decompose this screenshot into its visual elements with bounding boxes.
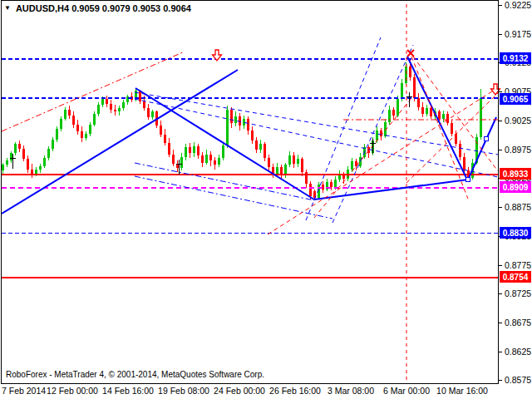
y-axis-tick-label: 0.9225 [505, 0, 531, 10]
candle [31, 164, 33, 178]
candle [76, 120, 79, 135]
chart-title: ▼ AUDUSD,H4 0.9059 0.9079 0.9053 0.9064 [4, 3, 191, 13]
candle [338, 170, 341, 182]
cross-marker-icon[interactable] [406, 92, 412, 107]
trendline-handle[interactable] [466, 178, 470, 182]
trend-line[interactable] [135, 92, 498, 155]
svg-text:0.8909: 0.8909 [503, 183, 529, 192]
price-level-label: 0.9065 [500, 93, 531, 105]
y-axis-tick-label: 0.8875 [505, 202, 531, 212]
candle [172, 150, 175, 166]
candle [218, 155, 220, 167]
symbol-dropdown-icon[interactable]: ▼ [4, 5, 11, 12]
candle [388, 106, 391, 125]
candle [160, 121, 162, 137]
y-axis-tick-label: 0.8775 [505, 260, 531, 270]
candle [151, 110, 154, 120]
down-arrow-icon[interactable] [213, 50, 222, 61]
x-axis-tick-label: 19 Feb 08:00 [158, 386, 209, 396]
candle [255, 137, 258, 153]
y-axis-tick-label: 0.9025 [505, 116, 531, 126]
candle [110, 100, 112, 113]
candle [189, 143, 191, 158]
candle [201, 152, 204, 167]
candle [451, 120, 453, 136]
candle [56, 126, 58, 142]
candle [446, 111, 449, 126]
candle [455, 131, 457, 146]
candles [2, 58, 482, 200]
x-axis-tick-label: 26 Feb 16:00 [269, 386, 321, 396]
y-axis-tick-label: 0.8625 [505, 347, 531, 357]
candle [421, 102, 424, 117]
trend-line[interactable] [411, 57, 468, 199]
candle [68, 106, 71, 119]
candle [268, 155, 270, 170]
candle [126, 95, 129, 105]
candle [243, 116, 245, 129]
chart-title-text: AUDUSD,H4 0.9059 0.9079 0.9053 0.9064 [16, 3, 191, 13]
copyright-text: RoboForex - MetaTrader 4, © 2001-2014, M… [6, 370, 264, 379]
candle [209, 151, 212, 166]
x-axis-tick-label: 3 Mar 08:00 [328, 386, 374, 396]
price-level-label: 0.8933 [500, 168, 531, 180]
candle [22, 145, 25, 161]
y-axis-tick-label: 0.9175 [505, 29, 531, 39]
candle [426, 105, 428, 116]
candle [52, 137, 54, 151]
cross-marker-icon[interactable] [370, 139, 376, 154]
candle [43, 155, 46, 168]
candle [480, 89, 482, 140]
candle [27, 155, 29, 173]
candle [230, 107, 233, 128]
candle [442, 111, 445, 122]
candle [39, 164, 42, 173]
x-axis-tick-label: 7 Feb 2014 [2, 386, 46, 396]
candle [10, 151, 12, 163]
trend-line[interactable] [135, 88, 314, 200]
candle [85, 131, 87, 140]
candle [60, 116, 62, 131]
price-level-label: 0.8830 [500, 227, 531, 239]
candle [168, 138, 170, 157]
candle [259, 140, 262, 153]
candle [147, 104, 150, 120]
candle [293, 152, 295, 168]
y-axis-tick-label: 0.8725 [505, 288, 531, 298]
candle [14, 142, 17, 155]
price-level-label: 0.8754 [500, 271, 531, 283]
x-axis-tick-label: 10 Mar 16:00 [436, 386, 488, 396]
candle [326, 179, 328, 191]
price-level-label: 0.9132 [500, 52, 531, 64]
svg-text:0.8933: 0.8933 [503, 170, 529, 179]
candle [122, 100, 125, 111]
x-axis-tick-label: 24 Feb 00:00 [214, 386, 265, 396]
trend-line[interactable] [2, 70, 238, 214]
candle [305, 170, 308, 188]
trend-line[interactable] [314, 180, 468, 200]
candle [6, 158, 8, 167]
candle [81, 126, 83, 142]
y-axis-tick-label: 0.8675 [505, 318, 531, 328]
x-axis-tick-label: 14 Feb 16:00 [102, 386, 154, 396]
trend-lines[interactable] [2, 4, 498, 383]
candle [459, 140, 461, 160]
candle [330, 180, 332, 190]
metatrader-chart-window: 0.92250.91750.91250.90750.90250.89750.89… [0, 0, 532, 399]
trendline-handle[interactable] [485, 137, 489, 141]
candle [97, 102, 100, 116]
x-axis: 7 Feb 201412 Feb 00:0014 Feb 16:0019 Feb… [2, 386, 488, 396]
x-axis-tick-label: 12 Feb 00:00 [47, 386, 98, 396]
svg-text:0.8830: 0.8830 [503, 229, 529, 238]
candle [197, 144, 200, 159]
y-axis-tick-label: 0.8575 [505, 375, 531, 385]
candle [264, 142, 266, 161]
candle [164, 129, 166, 145]
candle [89, 122, 91, 136]
candle [392, 107, 395, 120]
candle [47, 146, 50, 160]
chart-canvas[interactable]: 0.92250.91750.91250.90750.90250.89750.89… [0, 0, 532, 399]
svg-text:0.9065: 0.9065 [503, 95, 529, 104]
candle [205, 150, 208, 165]
candle [185, 144, 187, 160]
